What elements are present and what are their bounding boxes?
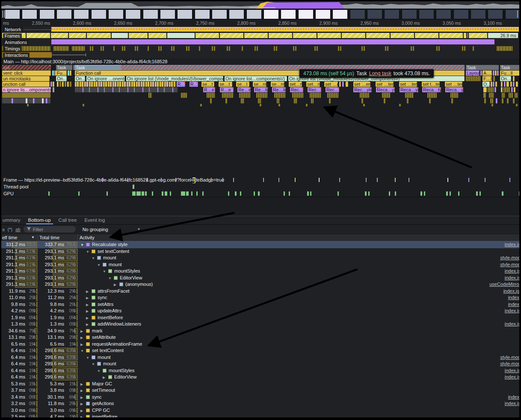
timing-marker[interactable] xyxy=(199,46,200,51)
filmstrip-screenshot[interactable] xyxy=(91,9,107,19)
source-link[interactable]: style-mod xyxy=(500,261,519,268)
flame-tick[interactable] xyxy=(427,93,437,98)
source-link[interactable]: index. xyxy=(508,394,519,401)
network-requests-bar[interactable] xyxy=(51,27,519,32)
filmstrip-screenshot[interactable] xyxy=(488,9,503,19)
table-row[interactable]: 3.7 ms0.8 %3.8 ms0.8 %▶setTimeout xyxy=(1,387,519,394)
frame-block[interactable] xyxy=(195,33,219,38)
frame-event-tick[interactable] xyxy=(366,178,367,182)
flame-block[interactable]: Layout xyxy=(466,70,480,76)
frame-block[interactable] xyxy=(69,33,86,38)
timing-marker[interactable] xyxy=(90,46,91,51)
frame-block[interactable] xyxy=(112,33,128,38)
timing-marker[interactable] xyxy=(160,46,162,51)
flame-tick[interactable] xyxy=(495,82,497,87)
collapse-arrow-icon[interactable]: ▼ xyxy=(103,268,106,275)
flame-tick[interactable] xyxy=(493,82,494,87)
flame-block[interactable]: R…e xyxy=(203,87,215,92)
flame-block[interactable]: set…nt xyxy=(306,82,320,87)
gpu-activity-tick[interactable] xyxy=(202,191,204,196)
timing-marker[interactable] xyxy=(413,46,414,51)
filmstrip-screenshot[interactable] xyxy=(22,9,37,19)
frame-event-tick[interactable] xyxy=(211,178,212,182)
flame-block[interactable]: On ignore …onents\/) xyxy=(86,76,125,81)
flame-tick[interactable] xyxy=(62,82,64,87)
flame-tick[interactable] xyxy=(294,98,297,103)
grouping-dropdown-arrow[interactable]: ▼ xyxy=(137,227,141,231)
flame-block[interactable]: Reca…yle xyxy=(445,87,463,92)
flame-tick[interactable] xyxy=(75,82,176,87)
table-row[interactable]: 291.1 ms61.6 %293.1 ms62.0 %▶(anonymous)… xyxy=(1,281,519,288)
collapse-arrow-icon[interactable]: ▼ xyxy=(80,348,84,355)
flame-block[interactable]: Rec…yle xyxy=(353,87,372,92)
timing-marker[interactable] xyxy=(276,46,277,51)
flame-block[interactable]: Task xyxy=(500,65,521,70)
flame-tick[interactable] xyxy=(70,82,71,87)
frame-event-tick[interactable] xyxy=(377,178,378,182)
flame-tick[interactable] xyxy=(495,70,497,76)
filmstrip-screenshot[interactable] xyxy=(315,9,331,19)
source-link[interactable]: index.js xyxy=(505,241,519,248)
source-link[interactable]: style-mod xyxy=(500,255,519,261)
timing-marker[interactable] xyxy=(464,46,465,51)
flame-block[interactable]: un microtasks xyxy=(2,76,50,81)
flame-tick[interactable] xyxy=(258,98,261,103)
filmstrip-screenshot[interactable] xyxy=(350,9,365,19)
timing-marker[interactable] xyxy=(72,46,85,51)
filmstrip-screenshot[interactable] xyxy=(229,9,244,19)
frame-event-tick[interactable] xyxy=(102,178,103,182)
flame-tick[interactable] xyxy=(510,82,512,87)
frame-block[interactable] xyxy=(415,33,438,38)
timing-marker[interactable] xyxy=(293,46,294,51)
frame-event-tick[interactable] xyxy=(485,178,485,182)
gpu-activity-tick[interactable] xyxy=(254,191,255,196)
col-self-time[interactable]: elf time xyxy=(2,234,17,241)
gpu-track[interactable]: GPU xyxy=(1,190,519,197)
timing-marker[interactable] xyxy=(473,46,474,51)
frame-event-tick[interactable] xyxy=(233,178,234,182)
frame-event-tick[interactable] xyxy=(295,178,296,182)
source-link[interactable]: index. xyxy=(508,301,519,308)
flame-tick[interactable] xyxy=(12,98,13,103)
filmstrip-screenshot[interactable] xyxy=(281,9,296,19)
timing-marker[interactable] xyxy=(158,46,160,51)
flame-tick[interactable] xyxy=(488,87,494,92)
timing-marker[interactable] xyxy=(229,46,230,51)
flame-tick[interactable] xyxy=(360,93,369,98)
match-case-icon[interactable]: a xyxy=(2,227,5,232)
filmstrip-screenshot[interactable] xyxy=(419,9,434,19)
tab-call-tree[interactable]: Call tree xyxy=(55,216,81,224)
timing-marker[interactable] xyxy=(186,46,187,51)
frames-track[interactable]: Frames 26.9 ms xyxy=(1,32,519,39)
timing-marker[interactable] xyxy=(314,46,316,51)
gpu-activity-tick[interactable] xyxy=(446,191,448,196)
minimap-left-handle[interactable] xyxy=(2,10,3,18)
flame-tick[interactable] xyxy=(501,82,503,87)
tab-bottom-up[interactable]: Bottom-up xyxy=(24,216,55,224)
flame-tick[interactable] xyxy=(241,98,244,103)
source-link[interactable]: index.js xyxy=(505,275,519,282)
expand-arrow-icon[interactable]: ▶ xyxy=(86,302,89,308)
gpu-activity-tick[interactable] xyxy=(420,191,422,196)
timing-marker[interactable] xyxy=(385,46,386,51)
timing-marker[interactable] xyxy=(137,46,138,51)
timing-marker[interactable] xyxy=(364,46,365,51)
flame-tick[interactable] xyxy=(68,70,69,76)
frame-block[interactable] xyxy=(439,33,463,38)
frame-block[interactable] xyxy=(87,33,111,38)
table-row[interactable]: 9.8 ms2.1 %9.8 ms2.1 %▶setAttrsindex. xyxy=(1,301,519,308)
table-row[interactable]: 291.1 ms61.6 %293.1 ms62.0 %▼EditorViewi… xyxy=(1,275,519,282)
source-link[interactable]: useCodeMirror xyxy=(489,281,519,288)
thread-pool-track[interactable]: Thread pool xyxy=(1,183,519,191)
flame-tick[interactable] xyxy=(306,104,308,106)
filmstrip-screenshot[interactable] xyxy=(263,9,279,19)
minimap-left-handle-2[interactable] xyxy=(4,10,5,18)
source-link[interactable]: index.js xyxy=(505,308,519,314)
table-row[interactable]: 3.0 ms0.6 %3.0 ms0.6 %▶CPP GC xyxy=(1,407,519,414)
long-task-link[interactable]: Long task xyxy=(369,70,391,76)
gpu-activity-tick[interactable] xyxy=(307,191,309,196)
table-row[interactable]: 6.4 ms1.4 %299.6 ms63.3 %▼mountstyle-mod xyxy=(1,354,519,361)
flame-block[interactable]: Reca…yle xyxy=(376,87,395,92)
flame-tick[interactable] xyxy=(53,87,54,92)
flame-tick[interactable] xyxy=(513,82,515,87)
